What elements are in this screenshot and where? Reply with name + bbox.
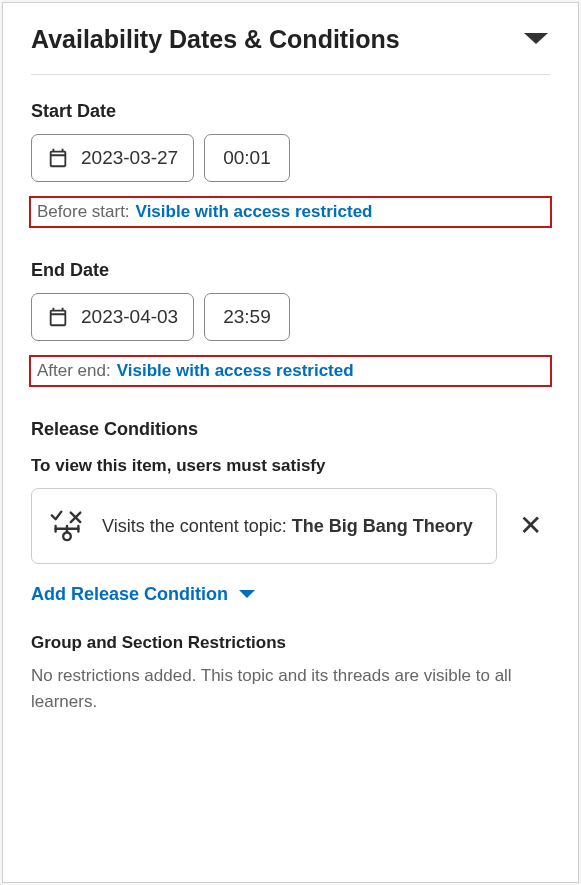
calendar-icon: [47, 147, 69, 169]
release-condition-card: Visits the content topic: The Big Bang T…: [31, 488, 497, 564]
release-condition-row: Visits the content topic: The Big Bang T…: [31, 488, 550, 564]
release-conditions-label: Release Conditions: [31, 419, 550, 440]
chevron-down-icon: [522, 29, 550, 47]
calendar-icon: [47, 306, 69, 328]
panel-title: Availability Dates & Conditions: [31, 25, 400, 54]
add-release-condition-link: Add Release Condition: [31, 584, 228, 605]
condition-prefix: Visits the content topic:: [102, 516, 292, 536]
end-time-value: 23:59: [223, 306, 271, 328]
divider: [31, 74, 550, 75]
start-time-input[interactable]: 00:01: [204, 134, 290, 182]
before-start-status: Before start: Visible with access restri…: [31, 198, 550, 226]
after-end-link[interactable]: Visible with access restricted: [117, 361, 354, 381]
start-time-value: 00:01: [223, 147, 271, 169]
after-end-prefix: After end:: [37, 361, 111, 381]
end-date-value: 2023-04-03: [81, 306, 178, 328]
end-date-input[interactable]: 2023-04-03: [31, 293, 194, 341]
end-time-input[interactable]: 23:59: [204, 293, 290, 341]
start-date-input[interactable]: 2023-03-27: [31, 134, 194, 182]
start-date-row: 2023-03-27 00:01: [31, 134, 550, 182]
close-icon: ✕: [519, 510, 542, 541]
end-date-row: 2023-04-03 23:59: [31, 293, 550, 341]
before-start-prefix: Before start:: [37, 202, 130, 222]
before-start-link[interactable]: Visible with access restricted: [136, 202, 373, 222]
chevron-down-icon: [238, 586, 256, 604]
add-release-condition-row[interactable]: Add Release Condition: [31, 584, 550, 605]
release-condition-icon: [48, 505, 86, 547]
panel-header: Availability Dates & Conditions: [31, 25, 550, 54]
after-end-status: After end: Visible with access restricte…: [31, 357, 550, 385]
group-restrictions-label: Group and Section Restrictions: [31, 633, 550, 653]
must-satisfy-text: To view this item, users must satisfy: [31, 456, 550, 476]
remove-condition-button[interactable]: ✕: [511, 504, 550, 548]
release-condition-text: Visits the content topic: The Big Bang T…: [102, 513, 473, 539]
collapse-toggle[interactable]: [522, 29, 550, 51]
condition-topic: The Big Bang Theory: [292, 516, 473, 536]
start-date-label: Start Date: [31, 101, 550, 122]
group-restrictions-text: No restrictions added. This topic and it…: [31, 663, 550, 714]
svg-point-0: [63, 533, 71, 541]
availability-panel: Availability Dates & Conditions Start Da…: [2, 2, 579, 883]
end-date-label: End Date: [31, 260, 550, 281]
start-date-value: 2023-03-27: [81, 147, 178, 169]
